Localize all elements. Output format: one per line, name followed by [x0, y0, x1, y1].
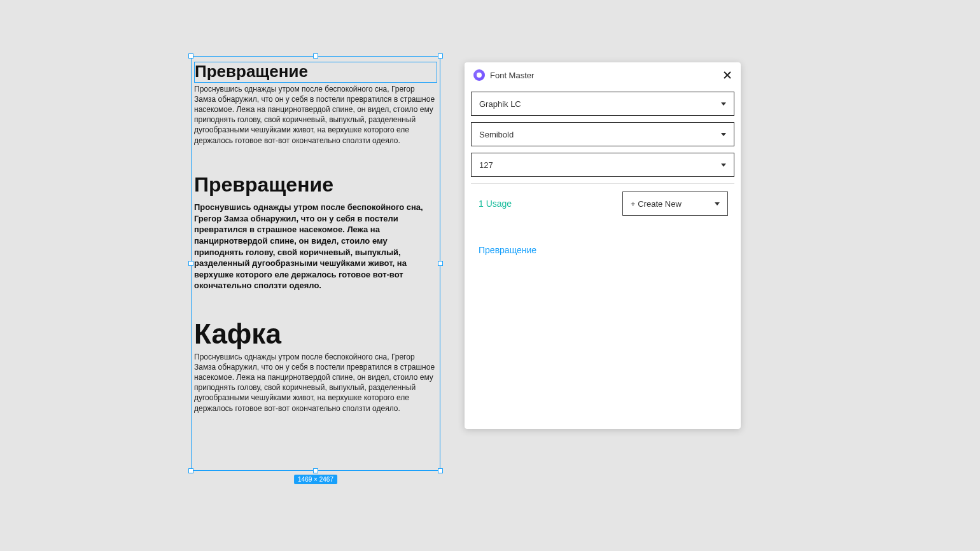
- font-weight-value: Semibold: [479, 130, 721, 139]
- body-text-1[interactable]: Проснувшись однажды утром после беспокой…: [194, 84, 437, 146]
- resize-handle-tl[interactable]: [188, 53, 193, 59]
- font-weight-select[interactable]: Semibold: [471, 122, 734, 146]
- heading-2[interactable]: Превращение: [194, 174, 437, 196]
- plugin-logo-icon: [473, 69, 485, 81]
- dimension-badge: 1469 × 2467: [294, 475, 337, 484]
- usage-count-label: 1 Usage: [479, 199, 512, 209]
- body-text-3[interactable]: Проснувшись однажды утром после беспокой…: [194, 352, 437, 414]
- panel-header: Font Master: [465, 62, 741, 88]
- create-new-select[interactable]: + Create New: [622, 192, 728, 216]
- divider: [471, 183, 734, 184]
- resize-handle-tm[interactable]: [313, 53, 318, 59]
- close-icon[interactable]: [723, 71, 732, 80]
- body-text-2[interactable]: Проснувшись однажды утром после беспокой…: [194, 202, 437, 291]
- selected-text-heading[interactable]: Превращение: [194, 62, 437, 83]
- resize-handle-bl[interactable]: [188, 468, 193, 473]
- caret-down-icon: [721, 164, 726, 167]
- panel-body: Graphik LC Semibold 127 1 Usage + Create…: [465, 88, 741, 272]
- heading-3[interactable]: Кафка: [194, 320, 437, 348]
- create-new-label: + Create New: [631, 199, 715, 209]
- usage-item-link[interactable]: Превращение: [471, 235, 734, 265]
- font-family-select[interactable]: Graphik LC: [471, 92, 734, 116]
- panel-title: Font Master: [490, 71, 723, 80]
- usage-row: 1 Usage + Create New: [471, 192, 734, 216]
- caret-down-icon: [715, 202, 720, 206]
- font-master-panel: Font Master Graphik LC Semibold 127 1 Us…: [465, 62, 741, 429]
- resize-handle-ml[interactable]: [188, 261, 193, 266]
- selected-frame[interactable]: Превращение Проснувшись однажды утром по…: [191, 56, 440, 471]
- caret-down-icon: [721, 133, 726, 136]
- resize-handle-bm[interactable]: [313, 468, 318, 473]
- resize-handle-br[interactable]: [438, 468, 443, 473]
- caret-down-icon: [721, 102, 726, 106]
- font-size-select[interactable]: 127: [471, 153, 734, 177]
- font-size-value: 127: [479, 160, 721, 170]
- resize-handle-tr[interactable]: [438, 53, 443, 59]
- font-family-value: Graphik LC: [479, 99, 721, 109]
- resize-handle-mr[interactable]: [438, 261, 443, 266]
